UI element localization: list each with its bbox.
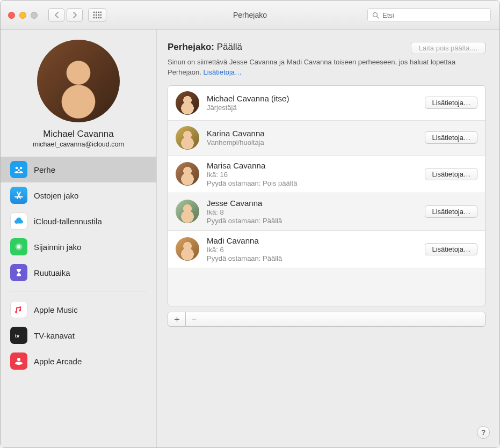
svg-point-1: [96, 12, 97, 13]
member-name: Jesse Cavanna: [207, 199, 417, 208]
window-controls: [1, 12, 38, 19]
heading-prefix: Perhejako:: [168, 42, 214, 52]
sidebar-item-label: Apple Arcade: [34, 357, 82, 366]
sidebar-item-purchase-sharing[interactable]: Ostojen jako: [1, 182, 156, 208]
sidebar-item-label: TV-kanavat: [34, 331, 75, 340]
sidebar-item-label: Perhe: [34, 165, 55, 174]
member-role: Järjestäjä: [207, 104, 417, 112]
member-avatar: [176, 162, 199, 186]
svg-point-5: [96, 14, 97, 16]
svg-line-13: [377, 16, 379, 18]
sidebar-item-label: Sijainnin jako: [34, 243, 81, 252]
svg-point-8: [93, 17, 95, 19]
family-member-row[interactable]: Marisa Cavanna Ikä: 16 Pyydä ostamaan: P…: [168, 156, 485, 193]
member-age: Ikä: 8: [207, 208, 417, 216]
svg-point-15: [20, 167, 23, 170]
appstore-icon: [10, 187, 27, 204]
close-window-button[interactable]: [8, 12, 15, 19]
svg-point-16: [18, 169, 20, 171]
member-name: Madi Cavanna: [207, 236, 417, 245]
window-body: Michael Cavanna michael_cavanna@icloud.c…: [1, 30, 499, 447]
user-email: michael_cavanna@icloud.com: [1, 141, 156, 148]
member-details-button[interactable]: Lisätietoja…: [425, 205, 477, 218]
svg-point-0: [93, 12, 95, 13]
zoom-window-button[interactable]: [31, 12, 38, 19]
family-member-row[interactable]: Madi Cavanna Ikä: 6 Pyydä ostamaan: Pääl…: [168, 231, 485, 268]
member-info: Jesse Cavanna Ikä: 8 Pyydä ostamaan: Pää…: [207, 199, 417, 225]
member-role: Vanhempi/huoltaja: [207, 138, 417, 146]
sidebar-item-family[interactable]: Perhe: [1, 157, 156, 182]
member-details-button[interactable]: Lisätietoja…: [425, 97, 477, 109]
location-icon: [10, 238, 27, 255]
sidebar: Michael Cavanna michael_cavanna@icloud.c…: [1, 30, 157, 447]
hourglass-icon: [10, 264, 27, 281]
member-avatar: [176, 200, 199, 223]
member-ask-to-buy: Pyydä ostamaan: Päällä: [207, 254, 417, 262]
music-icon: [10, 301, 27, 318]
member-ask-to-buy: Pyydä ostamaan: Pois päältä: [207, 179, 417, 187]
forward-button[interactable]: [67, 8, 83, 22]
search-icon: [372, 12, 379, 19]
tv-icon: tv: [10, 327, 27, 344]
sidebar-item-apple-arcade[interactable]: Apple Arcade: [1, 348, 156, 374]
svg-point-7: [100, 14, 102, 16]
sidebar-item-apple-music[interactable]: Apple Music: [1, 297, 156, 322]
svg-point-9: [96, 17, 97, 19]
member-info: Marisa Cavanna Ikä: 16 Pyydä ostamaan: P…: [207, 161, 417, 187]
member-age: Ikä: 16: [207, 171, 417, 179]
minimize-window-button[interactable]: [19, 12, 26, 19]
icloud-icon: [10, 212, 27, 230]
member-info: Michael Cavanna (itse) Järjestäjä: [207, 94, 417, 112]
sidebar-item-tv-channels[interactable]: tv TV-kanavat: [1, 322, 156, 348]
member-avatar: [176, 126, 199, 150]
svg-point-14: [16, 167, 18, 170]
sidebar-item-label: Ruutuaika: [34, 268, 70, 277]
member-avatar: [176, 237, 199, 261]
nav-buttons: [48, 8, 106, 22]
member-name: Marisa Cavanna: [207, 161, 417, 170]
chevron-left-icon: [54, 12, 59, 18]
family-member-row[interactable]: Michael Cavanna (itse) Järjestäjä Lisäti…: [168, 86, 485, 121]
family-members-list: Michael Cavanna (itse) Järjestäjä Lisäti…: [168, 85, 485, 306]
grid-icon: [93, 11, 102, 19]
member-info: Karina Cavanna Vanhempi/huoltaja: [207, 129, 417, 146]
member-info: Madi Cavanna Ikä: 6 Pyydä ostamaan: Pääl…: [207, 236, 417, 262]
preferences-window: Perhejako Michael Cavanna michael_cavann…: [0, 0, 500, 448]
heading-status: Päällä: [217, 42, 242, 52]
arcade-icon: [10, 352, 27, 370]
sidebar-item-location-sharing[interactable]: Sijainnin jako: [1, 234, 156, 260]
remove-member-button[interactable]: －: [185, 312, 202, 326]
search-field[interactable]: [367, 8, 491, 22]
help-button[interactable]: ?: [477, 426, 490, 439]
svg-point-24: [17, 358, 20, 361]
info-text: Sinun on siirrettävä Jesse Cavanna ja Ma…: [168, 57, 468, 78]
sidebar-item-screentime[interactable]: Ruutuaika: [1, 260, 156, 285]
chevron-right-icon: [73, 12, 77, 18]
sidebar-section-2: Apple Music tv TV-kanavat Apple Arcade: [1, 297, 156, 374]
user-avatar[interactable]: [37, 40, 120, 122]
add-member-button[interactable]: ＋: [168, 312, 185, 326]
svg-point-21: [17, 245, 20, 248]
svg-point-23: [15, 362, 23, 365]
learn-more-link[interactable]: Lisätietoja…: [204, 68, 242, 76]
list-spacer: [168, 268, 485, 306]
member-name: Michael Cavanna (itse): [207, 94, 417, 103]
sidebar-item-label: Apple Music: [34, 305, 78, 314]
turn-off-button[interactable]: Laita pois päältä....: [411, 42, 485, 54]
search-input[interactable]: [382, 11, 486, 19]
member-details-button[interactable]: Lisätietoja…: [425, 168, 477, 180]
member-details-button[interactable]: Lisätietoja…: [425, 131, 477, 144]
family-sharing-heading: Perhejako: Päällä: [168, 42, 242, 53]
add-remove-controls: ＋ －: [168, 312, 485, 327]
member-details-button[interactable]: Lisätietoja…: [425, 243, 477, 255]
family-member-row[interactable]: Jesse Cavanna Ikä: 8 Pyydä ostamaan: Pää…: [168, 193, 485, 231]
svg-point-11: [100, 17, 102, 19]
back-button[interactable]: [48, 8, 64, 22]
sidebar-section-1: Perhe Ostojen jako iCloud-tallennustila: [1, 157, 156, 285]
show-all-button[interactable]: [88, 8, 106, 22]
sidebar-item-icloud-storage[interactable]: iCloud-tallennustila: [1, 208, 156, 234]
family-member-row[interactable]: Karina Cavanna Vanhempi/huoltaja Lisätie…: [168, 121, 485, 156]
titlebar: Perhejako: [1, 1, 499, 30]
sidebar-item-label: Ostojen jako: [34, 191, 78, 200]
member-age: Ikä: 6: [207, 246, 417, 254]
